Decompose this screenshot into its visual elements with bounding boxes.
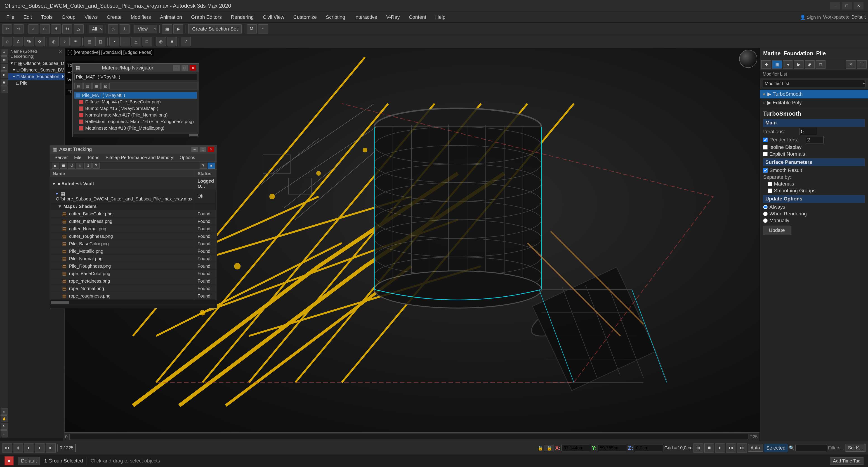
mat-nav-filter-input[interactable] (74, 74, 197, 80)
spinner-snap-button[interactable]: ⟳ (35, 37, 45, 46)
coord-z-input[interactable] (634, 445, 663, 451)
bt-play-btn[interactable]: ⏮ (2, 443, 12, 453)
display-panel-btn[interactable]: ◉ (1, 79, 7, 86)
pick-focus-button[interactable]: ◎ (49, 37, 59, 46)
mat-tree-roughness[interactable]: Reflection roughness: Map #16 (Pile_Roug… (74, 118, 197, 125)
menu-edit[interactable]: Edit (19, 13, 36, 21)
mat-tree-diffuse[interactable]: Diffuse: Map #4 (Pile_BaseColor.png) (74, 99, 197, 105)
scale-button[interactable]: △ (74, 24, 84, 33)
rp-motion-btn[interactable]: ▶ (794, 60, 804, 68)
rp-copy-btn[interactable]: ❐ (857, 60, 867, 68)
at-btn-help[interactable]: ? (199, 163, 207, 169)
mat-nav-btn-3[interactable]: ▦ (92, 83, 101, 89)
ts-smooth-result-checkbox[interactable] (763, 168, 768, 173)
hierarchy-panel-btn[interactable]: ◄ (1, 64, 7, 70)
close-button[interactable]: ✕ (854, 2, 864, 9)
mirror-button[interactable]: ▷ (108, 24, 118, 33)
mat-tree-bump[interactable]: Bump: Map #15 ( VRayNormalMap ) (74, 105, 197, 112)
at-menu-file[interactable]: File (71, 154, 84, 160)
snap-button[interactable]: ◇ (2, 37, 12, 46)
nav-play-btn[interactable]: ⏵ (715, 443, 725, 453)
at-btn-4[interactable]: ⬆ (76, 163, 84, 169)
select-similar-button[interactable]: ≡ (70, 37, 81, 46)
menu-help[interactable]: Help (431, 13, 450, 21)
angle-snap-button[interactable]: ∠ (13, 37, 23, 46)
maximize-viewport-btn[interactable]: □ (1, 430, 7, 437)
mat-nav-btn-4[interactable]: ▧ (101, 83, 110, 89)
create-panel-btn[interactable]: ✚ (1, 49, 7, 56)
mat-nav-minimize-btn[interactable]: – (174, 65, 180, 70)
nav-last-btn[interactable]: ⏭ (737, 443, 747, 453)
table-row[interactable]: ▤ cutter_Normal.png Found (51, 225, 216, 232)
mat-nav-close-btn[interactable]: ✕ (190, 65, 196, 70)
viewport-dropdown[interactable]: View (134, 25, 157, 33)
select-button[interactable]: ✓ (29, 24, 38, 33)
ts-main-section-header[interactable]: Main (763, 119, 865, 127)
menu-vray[interactable]: V-Ray (382, 13, 404, 21)
redo-button[interactable]: ↷ (13, 24, 24, 33)
menu-group[interactable]: Group (58, 13, 80, 21)
ts-render-iters-checkbox[interactable] (763, 138, 768, 142)
edge-button[interactable]: ‒ (120, 37, 130, 46)
rp-create-btn[interactable]: ✚ (761, 60, 771, 68)
create-selection-set-button[interactable]: Create Selection Set (188, 24, 242, 33)
rp-display-btn[interactable]: ◉ (805, 60, 815, 68)
at-menu-server[interactable]: Server (52, 154, 70, 160)
menu-file[interactable]: File (2, 13, 18, 21)
rp-hierarchy-btn[interactable]: ◄ (783, 60, 793, 68)
menu-modifiers[interactable]: Modifiers (127, 13, 155, 21)
nav-next-btn[interactable]: ⏭ (726, 443, 736, 453)
viewport-navigator-globe[interactable] (739, 50, 757, 68)
scene-item-marine[interactable]: ▼ □ Marine_Foundation_Pile (8, 73, 64, 80)
minimize-button[interactable]: – (830, 2, 840, 9)
at-btn-6[interactable]: ? (92, 163, 100, 169)
ts-iterations-input[interactable] (799, 128, 817, 135)
ribbon-button[interactable]: ■ (167, 37, 177, 46)
at-menu-bitmap[interactable]: Bitmap Performance and Memory (103, 154, 176, 160)
ts-render-iters-input[interactable] (806, 136, 824, 143)
mat-tree-metalness[interactable]: Metalness: Map #18 (Pile_Metallic.png) (74, 125, 197, 132)
nav-prev-btn[interactable]: ⏮ (693, 443, 704, 453)
ts-update-options-header[interactable]: Update Options (763, 195, 865, 203)
select-region-button[interactable]: □ (40, 24, 50, 33)
ts-manually-radio[interactable] (763, 218, 768, 223)
menu-graph-editors[interactable]: Graph Editors (187, 13, 226, 21)
vertex-button[interactable]: ▪ (110, 37, 119, 46)
table-row[interactable]: ▤ cutter_BaseColor.png Found (51, 210, 216, 217)
menu-interactive[interactable]: Interactive (350, 13, 381, 21)
set-key-btn[interactable]: Set K... (845, 444, 866, 451)
bt-prev-frame-btn[interactable]: ⏴ (13, 443, 23, 453)
menu-tools[interactable]: Tools (37, 13, 57, 21)
modify-panel-btn[interactable]: ▦ (1, 56, 7, 63)
object-paint-button[interactable]: ◎ (156, 37, 166, 46)
table-row[interactable]: ▤ rope_BaseColor.png Found (51, 270, 216, 277)
ts-update-button[interactable]: Update (763, 226, 790, 235)
filter-dropdown[interactable]: All (89, 25, 103, 33)
asset-tracking-minimize-btn[interactable]: – (191, 147, 198, 152)
ts-isoline-checkbox[interactable] (763, 145, 768, 150)
coord-y-input[interactable] (598, 445, 627, 451)
ts-always-radio[interactable] (763, 205, 768, 209)
asset-tracking-scrollbar-h[interactable] (50, 300, 217, 304)
modifier-turbosmoooth[interactable]: ● ▶ TurboSmooth (760, 90, 868, 98)
menu-create[interactable]: Create (103, 13, 126, 21)
timeline[interactable]: 0 225 (63, 432, 760, 441)
at-menu-paths[interactable]: Paths (85, 154, 102, 160)
mat-tree-root[interactable]: Pile_MAT ( VRayMtl ) (74, 92, 197, 99)
menu-customize[interactable]: Customize (289, 13, 321, 21)
table-row[interactable]: ▤ Pile_Normal.png Found (51, 255, 216, 262)
table-row[interactable]: ▤ Pile_Metallic.png Found (51, 248, 216, 255)
bt-play-anim-btn[interactable]: ⏵ (24, 443, 34, 453)
table-row[interactable]: ▤ Pile_BaseColor.png Found (51, 240, 216, 247)
menu-content[interactable]: Content (405, 13, 430, 21)
rp-delete-btn[interactable]: ✕ (846, 60, 856, 68)
layer-button[interactable]: ▤ (85, 37, 94, 46)
modifier-editable-poly[interactable]: ○ ▶ Editable Poly (760, 98, 868, 107)
table-row[interactable]: ▤ rope_roughness.png Found (51, 293, 216, 299)
timeline-track[interactable] (69, 434, 748, 439)
rotate-button[interactable]: ↻ (62, 24, 72, 33)
render-setup-button[interactable]: ▦ (162, 24, 172, 33)
modifier-dropdown[interactable]: Modifier List (762, 80, 866, 87)
ts-when-rendering-radio[interactable] (763, 211, 768, 216)
scene-item-pile[interactable]: □ Pile (8, 80, 64, 86)
